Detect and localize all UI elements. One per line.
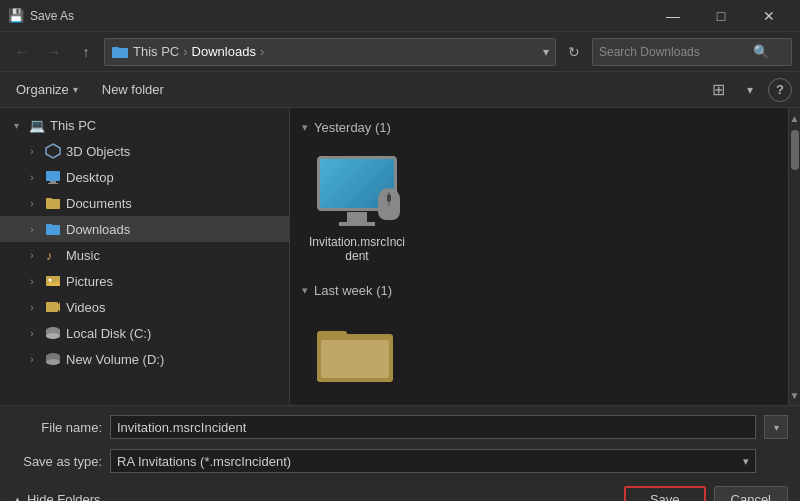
tree-label-music: Music <box>66 248 100 263</box>
back-button[interactable]: ← <box>8 38 36 66</box>
svg-point-21 <box>46 359 60 365</box>
organize-button[interactable]: Organize ▾ <box>8 78 86 101</box>
forward-button[interactable]: → <box>40 38 68 66</box>
tree-label-desktop: Desktop <box>66 170 114 185</box>
filename-row: File name: ▾ <box>12 412 788 442</box>
tree-toggle-documents: › <box>24 195 40 211</box>
content-area: ▾ Yesterday (1) <box>290 108 788 405</box>
tree-icon-music: ♪ <box>44 246 62 264</box>
action-bar: Organize ▾ New folder ⊞ ▾ ? <box>0 72 800 108</box>
savetype-value: RA Invitations (*.msrcIncident) <box>117 454 291 469</box>
buttons-row: ▲ Hide Folders Save Cancel <box>12 480 788 501</box>
tree-icon-new-volume <box>44 350 62 368</box>
tree-toggle-new-volume: › <box>24 351 40 367</box>
savetype-select[interactable]: RA Invitations (*.msrcIncident) ▾ <box>110 449 756 473</box>
scrollbar[interactable]: ▲ ▼ <box>788 108 800 405</box>
section-last-week-label: Last week (1) <box>314 283 392 298</box>
tree-icon-pictures <box>44 272 62 290</box>
section-yesterday[interactable]: ▾ Yesterday (1) <box>302 120 780 135</box>
search-icon: 🔍 <box>753 44 769 59</box>
sidebar: ▾ 💻 This PC › 3D Objects › Desktop › <box>0 108 290 405</box>
tree-label-downloads: Downloads <box>66 222 130 237</box>
crumb-sep-1: › <box>183 44 187 59</box>
file-grid-last-week <box>298 306 780 402</box>
tree-label-this-pc: This PC <box>50 118 96 133</box>
save-icon: 💾 <box>8 8 24 23</box>
tree-toggle-pictures: › <box>24 273 40 289</box>
bottom-bar: File name: ▾ Save as type: RA Invitation… <box>0 405 800 501</box>
monitor-stand <box>347 212 367 222</box>
mouse-body <box>378 188 400 220</box>
title-bar-controls: — □ ✕ <box>650 0 792 32</box>
new-folder-label: New folder <box>102 82 164 97</box>
file-thumb-lastweek-1 <box>309 314 405 394</box>
sidebar-item-documents[interactable]: › Documents <box>0 190 289 216</box>
help-button[interactable]: ? <box>768 78 792 102</box>
organize-arrow: ▾ <box>73 84 78 95</box>
save-button[interactable]: Save <box>624 486 706 501</box>
dialog-buttons: Save Cancel <box>624 486 788 501</box>
title-bar-icon: 💾 <box>8 8 24 24</box>
filename-dropdown-btn[interactable]: ▾ <box>764 415 788 439</box>
svg-text:♪: ♪ <box>46 248 53 263</box>
hide-folders-button[interactable]: ▲ Hide Folders <box>12 492 101 501</box>
crumb-downloads[interactable]: Downloads <box>192 44 256 59</box>
view-dropdown-arrow[interactable]: ▾ <box>736 76 764 104</box>
sidebar-item-desktop[interactable]: › Desktop <box>0 164 289 190</box>
tree-label-videos: Videos <box>66 300 106 315</box>
svg-rect-9 <box>46 224 52 227</box>
sidebar-item-music[interactable]: › ♪ Music <box>0 242 289 268</box>
svg-rect-5 <box>48 183 58 184</box>
maximize-button[interactable]: □ <box>698 0 744 32</box>
savetype-row: Save as type: RA Invitations (*.msrcInci… <box>12 446 788 476</box>
up-button[interactable]: ↑ <box>72 38 100 66</box>
scrollbar-up[interactable]: ▲ <box>789 110 801 126</box>
address-bar[interactable]: This PC › Downloads › ▾ <box>104 38 556 66</box>
sidebar-item-3d-objects[interactable]: › 3D Objects <box>0 138 289 164</box>
filename-input[interactable] <box>110 415 756 439</box>
svg-marker-2 <box>46 144 60 158</box>
mouse-illustration <box>378 188 400 220</box>
file-name-invitation: Invitation.msrcIncident <box>307 235 407 263</box>
search-input[interactable] <box>599 45 749 59</box>
close-button[interactable]: ✕ <box>746 0 792 32</box>
file-item-invitation[interactable]: Invitation.msrcIncident <box>302 143 412 271</box>
savetype-label: Save as type: <box>12 454 102 469</box>
toolbar: ← → ↑ This PC › Downloads › ▾ ↻ 🔍 <box>0 32 800 72</box>
savetype-arrow: ▾ <box>743 455 749 468</box>
refresh-button[interactable]: ↻ <box>560 38 588 66</box>
tree-label-local-disk: Local Disk (C:) <box>66 326 151 341</box>
mouse-scroll <box>387 194 391 202</box>
address-dropdown-arrow[interactable]: ▾ <box>543 45 549 59</box>
search-box[interactable]: 🔍 <box>592 38 792 66</box>
minimize-button[interactable]: — <box>650 0 696 32</box>
file-item-lastweek-1[interactable] <box>302 306 412 402</box>
sidebar-item-downloads[interactable]: › Downloads <box>0 216 289 242</box>
sidebar-item-this-pc[interactable]: ▾ 💻 This PC <box>0 112 289 138</box>
sidebar-item-videos[interactable]: › Videos <box>0 294 289 320</box>
section-yesterday-label: Yesterday (1) <box>314 120 391 135</box>
scrollbar-thumb[interactable] <box>791 130 799 170</box>
monitor-illustration <box>314 156 400 226</box>
cancel-button[interactable]: Cancel <box>714 486 788 501</box>
section-last-week[interactable]: ▾ Last week (1) <box>302 283 780 298</box>
crumb-this-pc[interactable]: This PC <box>133 44 179 59</box>
sidebar-item-pictures[interactable]: › Pictures <box>0 268 289 294</box>
tree-toggle-downloads: › <box>24 221 40 237</box>
address-folder-icon <box>111 43 129 61</box>
tree-icon-local-disk <box>44 324 62 342</box>
sidebar-item-local-disk[interactable]: › Local Disk (C:) <box>0 320 289 346</box>
svg-rect-23 <box>317 331 347 341</box>
svg-point-18 <box>46 333 60 339</box>
hide-folders-label: Hide Folders <box>27 492 101 501</box>
tree-label-new-volume: New Volume (D:) <box>66 352 164 367</box>
new-folder-button[interactable]: New folder <box>94 78 172 101</box>
view-toggle-button[interactable]: ⊞ <box>704 76 732 104</box>
tree-icon-videos <box>44 298 62 316</box>
tree-icon-downloads <box>44 220 62 238</box>
scrollbar-down[interactable]: ▼ <box>789 387 801 403</box>
main-area: ▾ 💻 This PC › 3D Objects › Desktop › <box>0 108 800 405</box>
svg-rect-24 <box>321 340 389 378</box>
monitor-base <box>339 222 375 226</box>
sidebar-item-new-volume[interactable]: › New Volume (D:) <box>0 346 289 372</box>
